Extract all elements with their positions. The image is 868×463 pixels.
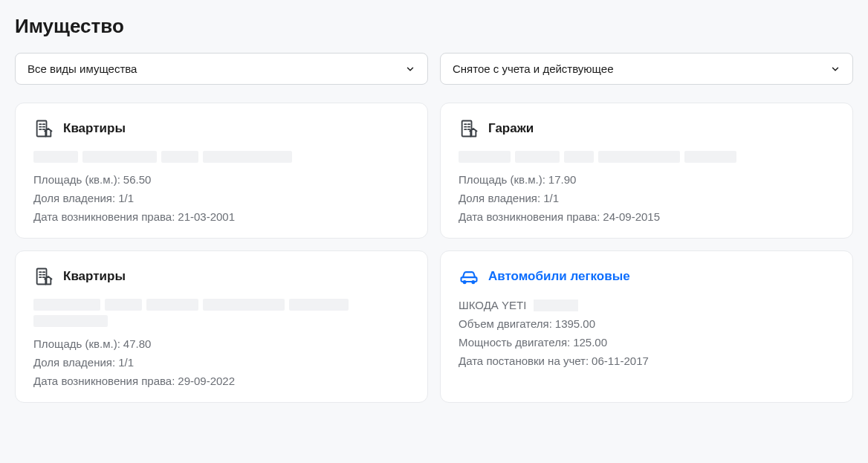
card-title: Квартиры — [63, 121, 126, 136]
card-row-vehicle: ШКОДА YETI — [459, 299, 835, 311]
property-card[interactable]: Квартиры Площадь (кв.м.): 47.80 Доля вла… — [15, 250, 428, 403]
card-row-power: Мощность двигателя: 125.00 — [459, 336, 835, 349]
card-row-share: Доля владения: 1/1 — [33, 192, 409, 204]
card-row-share: Доля владения: 1/1 — [33, 356, 409, 369]
property-card[interactable]: Гаражи Площадь (кв.м.): 17.90 Доля владе… — [440, 103, 853, 239]
building-icon — [459, 118, 479, 139]
card-row-right-date: Дата возникновения права: 21-03-2001 — [33, 210, 409, 223]
filters-row: Все виды имущества Снятое с учета и дейс… — [15, 53, 853, 85]
redacted-plate — [534, 300, 578, 311]
car-icon — [459, 266, 479, 287]
property-cards-grid: Квартиры Площадь (кв.м.): 56.50 Доля вла… — [15, 103, 853, 403]
card-header: Квартиры — [33, 266, 409, 287]
property-type-dropdown[interactable]: Все виды имущества — [15, 53, 428, 85]
building-icon — [33, 118, 54, 139]
card-row-right-date: Дата возникновения права: 29-09-2022 — [33, 375, 409, 387]
card-row-area: Площадь (кв.м.): 17.90 — [459, 173, 835, 186]
property-card[interactable]: Автомобили легковые ШКОДА YETI Объем дви… — [440, 250, 853, 403]
card-row-area: Площадь (кв.м.): 56.50 — [33, 173, 409, 186]
card-row-share: Доля владения: 1/1 — [459, 192, 835, 204]
page-title: Имущество — [15, 15, 853, 38]
property-type-value: Все виды имущества — [27, 62, 137, 75]
card-header: Автомобили легковые — [459, 266, 835, 287]
card-row-right-date: Дата возникновения права: 24-09-2015 — [459, 210, 835, 223]
redacted-address — [459, 151, 835, 164]
chevron-down-icon — [405, 64, 415, 74]
card-header: Гаражи — [459, 118, 835, 139]
card-title: Гаражи — [488, 121, 534, 136]
card-title: Автомобили легковые — [488, 269, 630, 284]
card-title: Квартиры — [63, 269, 126, 284]
property-card[interactable]: Квартиры Площадь (кв.м.): 56.50 Доля вла… — [15, 103, 428, 239]
property-status-dropdown[interactable]: Снятое с учета и действующее — [440, 53, 853, 85]
chevron-down-icon — [830, 64, 841, 74]
card-header: Квартиры — [33, 118, 409, 139]
property-status-value: Снятое с учета и действующее — [453, 62, 613, 75]
card-row-engine-volume: Объем двигателя: 1395.00 — [459, 317, 835, 330]
card-row-area: Площадь (кв.м.): 47.80 — [33, 337, 409, 350]
redacted-address — [33, 151, 409, 164]
redacted-address — [33, 299, 409, 328]
building-icon — [33, 266, 54, 287]
card-row-reg-date: Дата постановки на учет: 06-11-2017 — [459, 354, 835, 367]
